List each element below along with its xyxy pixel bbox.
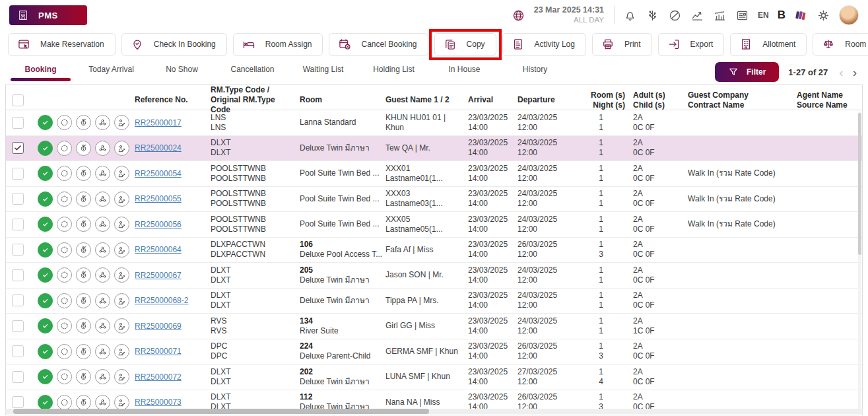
payment-icon[interactable]	[76, 191, 91, 207]
reference-link[interactable]: RR25000067	[135, 271, 182, 280]
payment-icon[interactable]	[76, 217, 91, 232]
activity-log-button[interactable]: Activity Log	[502, 33, 586, 56]
tab-no-show[interactable]: No Show	[147, 65, 217, 80]
tab-today-arrival[interactable]: Today Arrival	[76, 65, 147, 80]
language-selector[interactable]: EN	[758, 11, 769, 20]
app-logo[interactable]: PMS	[9, 5, 87, 25]
line-chart-icon[interactable]	[690, 9, 704, 22]
sync-icon[interactable]	[57, 293, 72, 308]
select-all-checkbox[interactable]	[12, 94, 24, 106]
guest-edit-icon[interactable]	[114, 115, 129, 130]
status-confirmed-icon[interactable]	[38, 141, 53, 156]
globe-icon[interactable]	[512, 9, 525, 22]
group-icon[interactable]	[95, 166, 110, 181]
make-reservation-button[interactable]: Make Reservation	[8, 33, 116, 56]
compass-icon[interactable]	[668, 9, 682, 22]
sync-icon[interactable]	[57, 191, 72, 207]
room-assign-button[interactable]: Room Assign	[233, 33, 323, 56]
row-checkbox[interactable]	[12, 219, 24, 230]
cancel-booking-button[interactable]: Cancel Booking	[329, 33, 428, 56]
tab-holding-list[interactable]: Holding List	[358, 65, 429, 80]
guest-edit-icon[interactable]	[114, 293, 129, 308]
status-confirmed-icon[interactable]	[38, 344, 53, 359]
row-checkbox[interactable]	[12, 371, 24, 383]
guest-edit-icon[interactable]	[114, 217, 129, 232]
sync-icon[interactable]	[57, 166, 72, 181]
user-avatar[interactable]	[839, 5, 859, 25]
reference-link[interactable]: RR25000064	[135, 245, 182, 254]
guest-edit-icon[interactable]	[114, 318, 129, 333]
guest-edit-icon[interactable]	[114, 191, 129, 207]
payment-icon[interactable]	[76, 166, 91, 181]
reference-link[interactable]: RR25000056	[135, 220, 182, 229]
row-checkbox[interactable]	[12, 345, 24, 357]
row-checkbox[interactable]	[12, 320, 24, 332]
sync-icon[interactable]	[57, 141, 72, 156]
payment-icon[interactable]	[76, 293, 91, 308]
group-icon[interactable]	[95, 293, 110, 308]
group-icon[interactable]	[95, 115, 110, 130]
reference-link[interactable]: RR25000055	[135, 194, 182, 203]
status-confirmed-icon[interactable]	[38, 166, 53, 181]
status-confirmed-icon[interactable]	[38, 267, 53, 283]
sync-icon[interactable]	[57, 369, 72, 384]
row-checkbox[interactable]	[12, 295, 24, 306]
reference-link[interactable]: RR25000073	[135, 398, 182, 407]
group-icon[interactable]	[95, 141, 110, 156]
bar-chart-icon[interactable]	[713, 9, 727, 22]
status-confirmed-icon[interactable]	[38, 369, 53, 384]
reference-link[interactable]: RR25000054	[135, 169, 182, 178]
sync-icon[interactable]	[57, 217, 72, 232]
group-icon[interactable]	[95, 395, 110, 410]
sync-icon[interactable]	[57, 242, 72, 258]
settings-gear-icon[interactable]	[817, 9, 830, 22]
filter-button[interactable]: Filter	[715, 62, 779, 82]
group-icon[interactable]	[95, 217, 110, 232]
tab-cancellation[interactable]: Cancellation	[217, 65, 288, 80]
payment-icon[interactable]	[76, 369, 91, 384]
group-icon[interactable]	[95, 344, 110, 359]
guest-edit-icon[interactable]	[114, 395, 129, 410]
status-confirmed-icon[interactable]	[38, 318, 53, 333]
sync-icon[interactable]	[57, 395, 72, 410]
next-page-button[interactable]: ›	[848, 66, 861, 79]
row-checkbox[interactable]	[12, 269, 24, 281]
guest-edit-icon[interactable]	[114, 369, 129, 384]
guest-edit-icon[interactable]	[114, 141, 129, 156]
sync-icon[interactable]	[57, 267, 72, 283]
bell-icon[interactable]	[623, 9, 637, 22]
vertical-scrollbar-thumb[interactable]	[858, 113, 861, 255]
guest-edit-icon[interactable]	[114, 267, 129, 283]
payment-icon[interactable]	[76, 141, 91, 156]
copy-button[interactable]: Copy	[434, 33, 496, 56]
group-icon[interactable]	[95, 267, 110, 283]
payment-icon[interactable]	[76, 242, 91, 258]
payment-icon[interactable]	[76, 344, 91, 359]
tab-booking[interactable]: Booking	[5, 65, 76, 80]
org-tree-icon[interactable]	[646, 9, 659, 22]
prev-page-button[interactable]: ‹	[834, 66, 848, 79]
row-checkbox[interactable]	[12, 168, 24, 180]
guest-edit-icon[interactable]	[114, 344, 129, 359]
bold-shortcut[interactable]: B	[778, 9, 785, 22]
palette-icon[interactable]	[794, 9, 808, 22]
tab-history[interactable]: History	[500, 65, 570, 80]
reference-link[interactable]: RR25000069	[135, 322, 182, 331]
guest-edit-icon[interactable]	[114, 166, 129, 181]
group-icon[interactable]	[95, 242, 110, 258]
reference-link[interactable]: RR25000072	[135, 372, 182, 382]
row-checkbox[interactable]	[12, 396, 24, 408]
news-icon[interactable]	[735, 9, 749, 22]
group-icon[interactable]	[95, 191, 110, 207]
sync-icon[interactable]	[57, 344, 72, 359]
row-checkbox[interactable]	[12, 193, 24, 205]
export-button[interactable]: Export	[658, 33, 725, 56]
group-icon[interactable]	[95, 318, 110, 333]
reference-link[interactable]: RR25000071	[135, 347, 182, 356]
status-confirmed-icon[interactable]	[38, 217, 53, 232]
guest-edit-icon[interactable]	[114, 242, 129, 258]
row-checkbox[interactable]	[12, 244, 24, 256]
payment-icon[interactable]	[76, 395, 91, 410]
reference-link[interactable]: RR25000024	[135, 143, 182, 153]
payment-icon[interactable]	[76, 318, 91, 333]
